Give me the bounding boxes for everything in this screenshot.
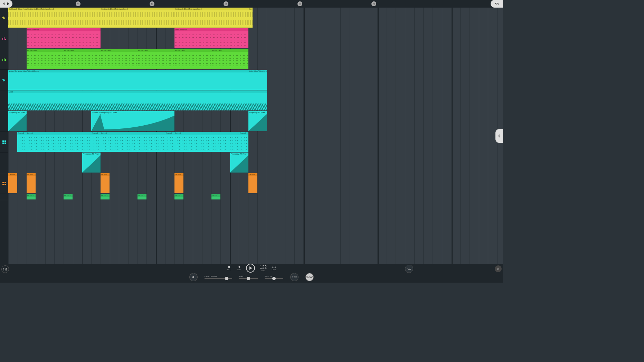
level-slider[interactable] [205, 278, 232, 279]
clip-label: Drums4 [174, 173, 183, 176]
clip-body [248, 176, 257, 193]
track-header-drums5[interactable] [0, 194, 8, 200]
clip[interactable]: Voices&Strings [27, 70, 248, 90]
expand-panel-button[interactable] [495, 129, 503, 143]
track-header-bass[interactable] [0, 49, 8, 70]
clip[interactable]: Drums2 [174, 132, 239, 152]
clip[interactable]: Drums2 [17, 132, 27, 152]
bar-marker[interactable]: 9 [76, 1, 80, 6]
clip-label: Frequency: FX Filter [82, 153, 101, 155]
clip-body [230, 155, 248, 173]
clip[interactable]: Goldhands-Elisa ...).mp3 [8, 8, 27, 28]
bar-marker[interactable]: 17 [150, 1, 154, 6]
rewind-button[interactable]: REW [236, 266, 241, 271]
svg-rect-5 [5, 59, 6, 61]
clip[interactable]: Drums2 [165, 132, 174, 152]
play-button[interactable] [246, 264, 255, 273]
record-button[interactable]: REC [227, 266, 231, 271]
play-corner[interactable] [0, 0, 12, 8]
clip[interactable]: Goldhands-Elisa (Twin Vocal).mp3 [101, 8, 174, 28]
bar-marker[interactable]: 41 [371, 1, 376, 6]
clip[interactable]: FluteGlissando [27, 28, 101, 48]
track-header-drums4[interactable] [0, 173, 8, 194]
clip[interactable]: Frequency: FX Filter [248, 111, 267, 131]
clip-body [27, 176, 36, 193]
clip-label: Drums2 [239, 132, 248, 135]
track-header-strings[interactable] [0, 70, 8, 90]
clip-label: Drums5 [64, 194, 73, 197]
track-row-drums5: Drums5Drums5Drums5Drums5Drums5Drums5 [8, 194, 503, 199]
ctrl-label: CTRL [272, 268, 276, 271]
tracks-area[interactable]: Goldhands-Elisa ...).mp3Goldhands-Elisa … [8, 8, 503, 264]
clip-body [101, 176, 110, 193]
track-header-filter2[interactable] [0, 153, 8, 173]
clip[interactable]: Frequency: FX Filter [82, 153, 101, 173]
clip[interactable]: Picked Bass [27, 49, 64, 69]
bar-marker[interactable]: 33 [297, 1, 302, 6]
pan-slider[interactable] [239, 278, 258, 279]
clip[interactable]: Goldhands-Elisa (Twin Vocal).mp3 [174, 8, 248, 28]
clip-label: Drums4 [101, 173, 110, 176]
clip[interactable]: Lead [8, 90, 267, 110]
mute-button[interactable] [189, 273, 198, 281]
svg-rect-10 [2, 182, 4, 183]
clip[interactable]: Drums4 [8, 173, 17, 193]
clip[interactable]: Frequency: FX Filter [8, 111, 27, 131]
clip[interactable]: Picked Bass [64, 49, 101, 69]
rev-button[interactable]: REV [290, 273, 299, 281]
clip[interactable]: Drums2 [91, 132, 101, 152]
clip[interactable]: Picked Bass [101, 49, 138, 69]
track-header-lead[interactable] [0, 90, 8, 111]
clip[interactable]: Frequen..ilter [91, 111, 101, 131]
clip[interactable]: Voice..trings [248, 70, 258, 90]
clip[interactable]: Drums2 [239, 132, 248, 152]
track-header-vocal[interactable] [0, 8, 8, 28]
clip[interactable]: Voice..trings [258, 70, 267, 90]
track-header-flute[interactable] [0, 28, 8, 49]
clip[interactable]: Drums4 [27, 173, 36, 193]
svg-rect-6 [2, 140, 4, 142]
clip[interactable]: Drums5 [211, 194, 220, 199]
clip[interactable]: Drums5 [27, 194, 36, 199]
clip[interactable]: Drums4 [174, 173, 183, 193]
pitch-slider[interactable] [265, 278, 283, 279]
clip-label: Goldhands-Elisa (Twin Vocal).mp3 [101, 8, 174, 10]
track-header-drums2[interactable] [0, 132, 8, 153]
clip[interactable]: FluteGlissando [174, 28, 248, 48]
svg-point-17 [228, 266, 230, 268]
clip[interactable]: Drums4 [101, 173, 110, 193]
tempo-display[interactable]: 122 BPM [260, 265, 267, 272]
track-row-filter1: Frequency: FX FilterFrequen..ilterFreque… [8, 111, 503, 131]
clip[interactable]: Voices Strings [8, 70, 17, 90]
clip[interactable]: Frequency: FX Filter [230, 153, 248, 173]
clip[interactable]: Picked Bass [138, 49, 174, 69]
clip[interactable]: Drums5 [138, 194, 146, 199]
track-row-filter2: Frequency: FX FilterFrequency: FX Filter [8, 153, 503, 173]
clip[interactable]: Frequency: FX Filter [101, 111, 174, 131]
bar-marker[interactable]: 25 [224, 1, 228, 6]
clip[interactable]: Drums4 [248, 173, 257, 193]
sync-button[interactable]: SYNC [305, 273, 314, 281]
clip[interactable]: Goldhands-Elisa (Twin Vocal).mp3 [27, 8, 101, 28]
fav-button[interactable]: FAV [405, 265, 413, 273]
track-header-filter1[interactable] [0, 111, 8, 132]
clip-label: Drums5 [138, 194, 146, 197]
clip[interactable]: Drums2 [101, 132, 165, 152]
clip-label: Drums4 [27, 173, 36, 176]
close-button[interactable]: ✕ [495, 265, 502, 272]
clip[interactable]: Picked Bass [174, 49, 211, 69]
clip[interactable]: Drums5 [174, 194, 183, 199]
clip[interactable]: Drums2 [27, 132, 91, 152]
clip[interactable]: Go [248, 8, 253, 28]
ctrl-button[interactable]: CTRL [272, 266, 276, 271]
svg-point-18 [272, 266, 273, 267]
clip[interactable]: Picked Bass [211, 49, 248, 69]
clip-body [239, 135, 248, 152]
track-row-vocal: Goldhands-Elisa ...).mp3Goldhands-Elisa … [8, 8, 503, 28]
clip[interactable]: Drums5 [101, 194, 110, 199]
clip-label: Voices Strings [8, 70, 17, 72]
clip[interactable]: Drums5 [64, 194, 73, 199]
ruler-track[interactable]: 917253341 [12, 0, 503, 8]
clip[interactable]: Voice..trings [17, 70, 27, 90]
undo-button[interactable] [491, 0, 503, 8]
